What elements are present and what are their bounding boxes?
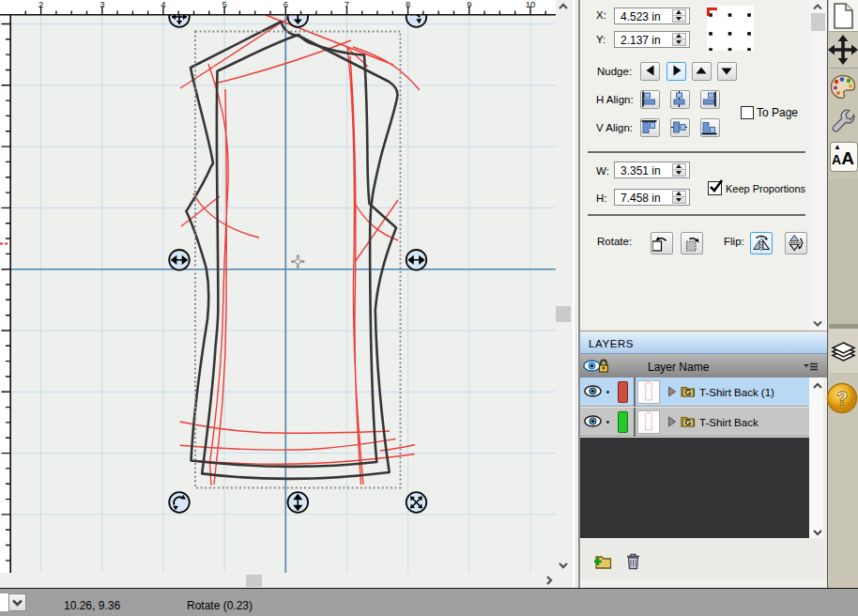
svg-text:7: 7	[345, 0, 349, 9]
svg-text:10: 10	[526, 0, 536, 9]
svg-text:G: G	[684, 388, 691, 397]
svg-text:G: G	[684, 418, 691, 427]
svg-text:4: 4	[161, 0, 165, 9]
svg-text:5: 5	[222, 0, 226, 9]
svg-text:3: 3	[100, 0, 104, 9]
svg-text:9: 9	[467, 0, 471, 9]
svg-text:2: 2	[38, 0, 43, 9]
svg-text:6: 6	[283, 0, 288, 9]
svg-text:8: 8	[406, 0, 410, 9]
svg-text:?: ?	[836, 388, 848, 408]
